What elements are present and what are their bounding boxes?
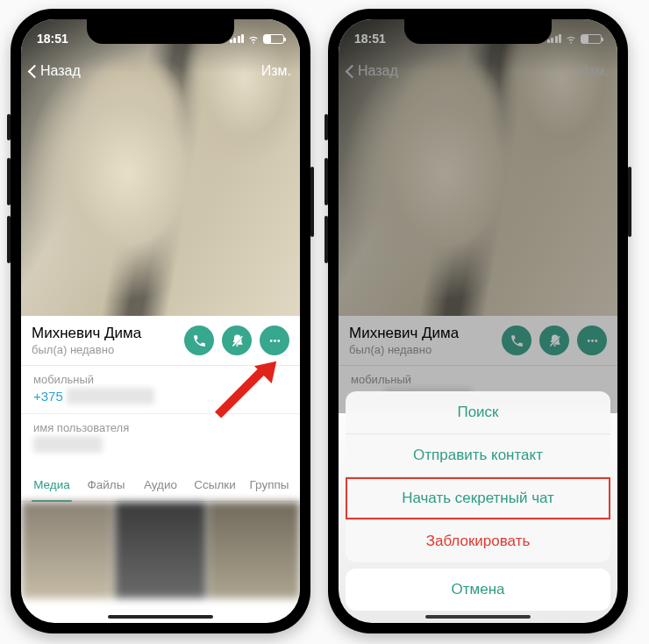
battery-icon <box>263 34 284 44</box>
tab-links[interactable]: Ссылки <box>188 469 242 501</box>
username-label: имя пользователя <box>33 421 288 434</box>
status-time: 18:51 <box>354 32 386 46</box>
wifi-icon <box>247 32 260 45</box>
sheet-cancel[interactable]: Отмена <box>346 569 610 611</box>
phone-section[interactable]: мобильный +375 00 000 00 00 <box>21 366 300 413</box>
battery-icon <box>581 34 602 44</box>
home-indicator[interactable] <box>425 615 531 619</box>
tab-groups[interactable]: Группы <box>242 469 296 501</box>
mute-button[interactable] <box>222 326 252 355</box>
contact-photo[interactable]: Назад Изм. <box>21 19 300 316</box>
call-icon <box>192 333 207 348</box>
back-button[interactable]: Назад <box>30 63 81 79</box>
phone-value: +375 <box>33 389 63 404</box>
sheet-secret-chat[interactable]: Начать секретный чат <box>346 477 610 520</box>
mute-button <box>539 326 569 355</box>
contact-name: Михневич Дима <box>32 325 184 342</box>
tab-audio[interactable]: Аудио <box>133 469 188 501</box>
svg-point-6 <box>595 340 597 342</box>
edit-button[interactable]: Изм. <box>261 63 291 79</box>
more-button <box>577 326 607 355</box>
svg-point-2 <box>277 340 280 342</box>
contact-header: Михневич Дима был(а) недавно <box>21 316 300 366</box>
media-tabs: Медиа Файлы Аудио Ссылки Группы <box>21 469 300 502</box>
back-button: Назад <box>347 63 398 79</box>
contact-status: был(а) недавно <box>32 343 184 356</box>
bell-slash-icon <box>230 333 245 348</box>
chevron-left-icon <box>28 64 42 78</box>
phone-mockup-right: 18:51 Назад Изм. Михневич Д <box>328 9 628 633</box>
media-grid[interactable] <box>21 502 300 598</box>
contact-status: был(а) недавно <box>349 343 502 356</box>
home-indicator[interactable] <box>108 615 213 619</box>
contact-header: Михневич Дима был(а) недавно <box>339 316 617 366</box>
svg-point-4 <box>587 340 589 342</box>
edit-button: Изм. <box>579 63 609 79</box>
call-button <box>502 326 531 355</box>
username-section[interactable]: имя пользователя username <box>21 413 300 462</box>
tab-files[interactable]: Файлы <box>79 469 133 501</box>
sheet-block[interactable]: Заблокировать <box>346 520 610 562</box>
bell-slash-icon <box>547 333 562 348</box>
wifi-icon <box>565 32 577 45</box>
chevron-left-icon <box>346 64 360 78</box>
svg-point-5 <box>591 340 594 342</box>
contact-name: Михневич Дима <box>349 325 502 342</box>
device-notch <box>404 19 552 44</box>
sheet-search[interactable]: Поиск <box>346 391 610 434</box>
status-time: 18:51 <box>37 32 68 46</box>
svg-point-0 <box>269 340 272 342</box>
call-icon <box>510 333 524 348</box>
more-icon <box>585 333 600 348</box>
svg-point-1 <box>274 340 276 342</box>
phone-label: мобильный <box>351 373 605 386</box>
device-notch <box>87 19 234 44</box>
more-icon <box>267 333 282 348</box>
action-sheet: Поиск Отправить контакт Начать секретный… <box>339 386 617 623</box>
phone-mockup-left: 18:51 Назад Изм. Михневич Д <box>11 9 310 633</box>
call-button[interactable] <box>184 326 214 355</box>
contact-photo: Назад Изм. <box>339 19 617 316</box>
tab-media[interactable]: Медиа <box>25 469 79 501</box>
sheet-send-contact[interactable]: Отправить контакт <box>346 434 610 477</box>
phone-label: мобильный <box>33 373 288 386</box>
more-button[interactable] <box>260 326 289 355</box>
